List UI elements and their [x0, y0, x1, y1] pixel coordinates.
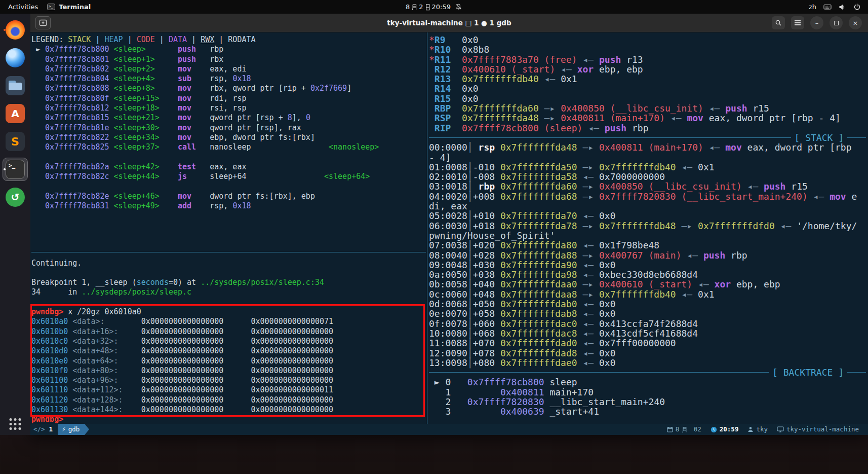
- clock-month: 8: [406, 3, 410, 11]
- terminal-line: [31, 298, 427, 307]
- terminal-line: 0d:0068│+050 0x7fffffffdab0 ◂— 0x0: [429, 299, 868, 309]
- host-icon: [777, 426, 784, 432]
- terminal-line: 13:0098│+080 0x7fffffffdae0 ◂— 0x0: [429, 358, 868, 368]
- terminal-line: 0x6010b0 <data+16>: 0x0000000000000000 0…: [31, 327, 427, 337]
- ubuntu-software-icon: A: [6, 104, 25, 123]
- volume-icon[interactable]: [839, 4, 846, 11]
- dock: A S >_ ↺: [0, 14, 30, 435]
- keyboard-icon[interactable]: [823, 4, 832, 10]
- terminal-line: di, eax: [429, 201, 868, 211]
- clock-time: 20:59: [432, 3, 451, 11]
- terminal-line: 0x601120 <data+128>: 0x0000000000000000 …: [31, 395, 427, 405]
- search-button[interactable]: [772, 16, 785, 29]
- terminal-line: ► 0x7ffff78cb800 <sleep> push rbp: [31, 45, 427, 54]
- mode-label: gdb: [68, 424, 80, 435]
- backtrace-section-header: [ BACKTRACE ]: [429, 368, 868, 377]
- notifications-muted-icon: [455, 3, 462, 11]
- terminal-content: LEGEND: STACK | HEAP | CODE | DATA | RWX…: [30, 32, 868, 424]
- menu-icon: [795, 22, 801, 23]
- terminal-line: 10:0080│+068 0x7fffffffdac8 ◂— 0x413cdf5…: [429, 329, 868, 338]
- dock-item-terminal[interactable]: >_: [3, 158, 27, 180]
- recycle-icon: ↺: [6, 188, 25, 207]
- clock-menu-button[interactable]: 8 2 20:59: [406, 3, 462, 11]
- status-user: tky: [747, 424, 768, 435]
- terminal-line: 0x7ffff78cb812 <sleep+18> mov rsi, rsp: [31, 103, 427, 113]
- terminal-line: 0e:0070│+058 0x7fffffffdab8 ◂— 0x0: [429, 309, 868, 318]
- terminal-line: Continuing.: [31, 259, 427, 268]
- terminal-line: ► 0 0x7ffff78cb800 sleep: [429, 377, 868, 387]
- maximize-button[interactable]: [830, 16, 843, 29]
- dock-item-firefox[interactable]: [3, 19, 27, 41]
- stack-section-title: [ STACK ]: [791, 133, 847, 142]
- terminal-line: 0x6010c0 <data+32>: 0x0000000000000000 0…: [31, 337, 427, 346]
- terminal-line: 05:0028│+010 0x7fffffffda70 ◂— 0x0: [429, 211, 868, 221]
- clock-icon: [711, 426, 717, 433]
- terminal-line: 12:0090│+078 0x7fffffffdad8 ◂— 0x0: [429, 348, 868, 358]
- terminal-line: 03:0018│ rbp 0x7fffffffda60 —▸ 0x400850 …: [429, 181, 868, 191]
- stack-section: 00:0000│ rsp 0x7fffffffda48 —▸ 0x400811 …: [429, 142, 868, 368]
- dock-item-sublime[interactable]: S: [3, 130, 27, 153]
- search-icon: [775, 19, 782, 26]
- terminal-line: 04:0020│+008 0x7fffffffda68 —▸ 0x7ffff78…: [429, 192, 868, 201]
- dock-item-files[interactable]: [3, 75, 27, 97]
- gdb-output-section: Continuing. Breakpoint 1, __sleep (secon…: [31, 259, 427, 424]
- titlebar[interactable]: tky-virtual-machine □ 1 ● 1 gdb – ×: [30, 14, 868, 32]
- activities-button[interactable]: Activities: [8, 3, 38, 11]
- terminal-line: Breakpoint 1, __sleep (seconds=0) at ../…: [31, 278, 427, 287]
- minimize-button[interactable]: –: [810, 16, 823, 29]
- input-method-indicator[interactable]: zh: [809, 3, 816, 11]
- powerline-arrow: [85, 424, 89, 435]
- bolt-icon: ⚡: [62, 424, 66, 435]
- terminal-line: RSP 0x7fffffffda48 —▸ 0x400811 (main+170…: [429, 113, 868, 123]
- close-button[interactable]: ×: [849, 16, 862, 29]
- terminal-line: 0a:0050│+038 0x7fffffffda98 ◂— 0xbec330d…: [429, 270, 868, 279]
- menu-button[interactable]: [791, 16, 804, 29]
- terminal-line: 0x6010d0 <data+48>: 0x0000000000000000 0…: [31, 346, 427, 356]
- power-icon[interactable]: [853, 3, 861, 11]
- focused-app-name: Terminal: [59, 3, 91, 11]
- terminal-line: 3 0x400639 _start+41: [429, 407, 868, 416]
- terminal-line: R15 0x0: [429, 94, 868, 103]
- running-indicator: [4, 29, 6, 31]
- user-icon: [747, 426, 754, 432]
- show-applications-button[interactable]: [10, 418, 21, 430]
- terminal-line: [31, 221, 427, 231]
- terminal-line: 0x7ffff78cb808 <sleep+8> mov rbx, qword …: [31, 84, 427, 93]
- terminal-line: *R11 0x7ffff7883a70 (free) ◂— push r13: [429, 55, 868, 64]
- maximize-icon: [834, 21, 839, 25]
- terminal-line: 0x7ffff78cb81e <sleep+30> mov qword ptr …: [31, 123, 427, 133]
- terminal-line: 0x601110 <data+112>: 0x0000000000000000 …: [31, 385, 427, 395]
- month-glyph-icon: [411, 4, 417, 11]
- day-glyph-icon: [425, 4, 430, 11]
- dock-item-software[interactable]: A: [3, 102, 27, 125]
- backtrace-section: ► 0 0x7ffff78cb800 sleep 1 0x400811 main…: [429, 377, 868, 416]
- pane-divider-horizontal: [31, 252, 426, 252]
- terminal-line: [31, 211, 427, 221]
- context-pane[interactable]: *R9 0x0*R10 0x8b8*R11 0x7ffff7883a70 (fr…: [428, 32, 868, 424]
- top-bar: Activities Terminal 8 2 20:59 zh: [0, 0, 868, 14]
- terminal-line: 1 0x400811 main+170: [429, 387, 868, 397]
- terminal-line: pwndbg> x /20gz 0x6010a0: [31, 307, 427, 317]
- terminal-line: 06:0030│+018 0x7fffffffda78 —▸ 0x7ffffff…: [429, 221, 868, 231]
- left-pane[interactable]: LEGEND: STACK | HEAP | CODE | DATA | RWX…: [30, 32, 427, 424]
- new-tab-button[interactable]: [35, 16, 51, 29]
- mode-segment: ⚡ gdb: [58, 424, 85, 435]
- dock-item-browser[interactable]: [3, 47, 27, 69]
- terminal-line: 02:0010│-008 0x7fffffffda58 ◂— 0x7000000…: [429, 172, 868, 181]
- terminal-line: LEGEND: STACK | HEAP | CODE | DATA | RWX…: [31, 35, 427, 45]
- terminal-line: 0x6010e0 <data+64>: 0x0000000000000000 0…: [31, 356, 427, 366]
- terminal-line: 07:0038│+020 0x7fffffffda80 ◂— 0x1f798be…: [429, 240, 868, 250]
- session-number[interactable]: 1: [49, 424, 53, 435]
- dock-item-green-app[interactable]: ↺: [3, 186, 27, 208]
- minimize-icon: –: [815, 20, 819, 26]
- pane-divider-vertical: [427, 32, 427, 424]
- running-indicator: [4, 168, 6, 170]
- focused-app-indicator[interactable]: Terminal: [47, 3, 91, 11]
- terminal-line: 0x7ffff78cb82a <sleep+42> test eax, eax: [31, 162, 427, 172]
- disassembly-section: LEGEND: STACK | HEAP | CODE | DATA | RWX…: [31, 35, 427, 250]
- grid-icon: [10, 418, 21, 430]
- terminal-window: tky-virtual-machine □ 1 ● 1 gdb – × LEGE…: [30, 14, 868, 435]
- terminal-line: 0x7ffff78cb82e <sleep+46> mov dword ptr …: [31, 192, 427, 201]
- registers-section: *R9 0x0*R10 0x8b8*R11 0x7ffff7883a70 (fr…: [429, 35, 868, 133]
- terminal-line: 0b:0058│+040 0x7fffffffdaa0 —▸ 0x400610 …: [429, 279, 868, 289]
